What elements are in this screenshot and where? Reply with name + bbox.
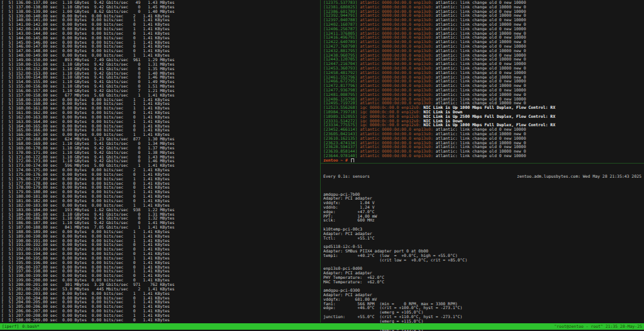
log-timestamp: [12523.556268] [323,106,360,109]
log-timestamp: [12466.672795] [323,79,360,83]
iperf-row: [ 5] 190.00-191.00 sec 0.00 Bytes 0.00 b… [1,239,319,243]
log-device: atlantic 0000:0d:00.0 enp13s0: [360,149,436,153]
log-message: NIC Link is Up 1000 Mbps Full Duplex, Fl… [423,106,555,109]
kernel-log-line: [12397.040788] atlantic 0000:0d:00.0 enp… [323,18,643,23]
iperf-row: [ 5] 145.00-146.00 sec 0.00 Bytes 0.00 b… [1,41,319,45]
log-device: atlantic 0000:0d:00.0 enp13s0: [360,53,436,57]
tmux-window-item[interactable]: 0:bash* [23,324,40,328]
kernel-log-line: [23334.775575] igc 0000:0c:00.0 enp12s0:… [323,123,643,128]
kernel-log-line: [18989.152055] igc 0000:0c:00.0 enp12s0:… [323,115,643,119]
iperf-row: [ 5] 173.00-174.00 sec 596 MBytes 5.00 G… [1,164,319,168]
kernel-log-line: [12427.760790] atlantic 0000:0d:00.0 enp… [323,44,643,49]
log-device: atlantic 0000:0d:00.0 enp13s0: [360,57,436,61]
iperf-row: [ 5] 199.00-200.00 sec 0.00 Bytes 0.00 b… [1,278,319,283]
log-device: atlantic 0000:0d:00.0 enp13s0: [360,88,436,92]
log-message: atlantic: link change old 0 new 10000 [435,27,526,31]
log-device: atlantic 0000:0d:00.0 enp13s0: [360,62,436,66]
log-device: atlantic 0000:0d:00.0 enp13s0: [360,79,436,83]
log-device: atlantic 0000:0d:00.0 enp13s0: [360,132,436,136]
iperf-row: [ 5] 152.00-153.00 sec 1.10 GBytes 9.42 … [1,71,319,76]
iperf-row: [ 5] 184.00-185.00 sec 1.10 GBytes 9.41 … [1,213,319,217]
kernel-log-line: [12461.552796] atlantic 0000:0d:00.0 enp… [323,75,643,80]
log-message: atlantic: link change old 0 new 10000 [435,154,526,158]
log-device: igc 0000:0c:00.0 enp12s0: [360,123,424,127]
iperf-row: [ 5] 149.00-150.00 sec 893 MBytes 7.49 G… [1,58,319,62]
log-device: igc 0000:0c:00.0 enp12s0: [360,119,424,123]
sensors-line: junction: +55.0°C (crit = +110.0°C, hyst… [323,315,643,319]
iperf-row: [ 5] 148.00-149.00 sec 0.00 Bytes 0.00 b… [1,53,319,58]
log-device: atlantic 0000:0d:00.0 enp13s0: [360,97,436,101]
iperf-row: [ 5] 165.00-166.00 sec 0.00 Bytes 0.00 b… [1,128,319,133]
kernel-log-line: [12432.881795] atlantic 0000:0d:00.0 enp… [323,49,643,53]
sensors-line: vddgfx: 1.04 V [323,201,643,205]
log-message: atlantic: link change old 10000 new 0 [435,66,526,70]
log-timestamp: [12486.129798] [323,97,360,101]
iperf-row: [ 5] 181.00-182.00 sec 0.00 Bytes 0.00 b… [1,199,319,203]
log-timestamp: [12392.944791] [323,14,360,17]
log-timestamp: [12386.601789] [323,10,360,14]
watch-header: Every 0.1s: sensors zentoo.adm.lupusbyte… [323,175,643,179]
sensors-pane[interactable]: Every 0.1s: sensors zentoo.adm.lupusbyte… [323,166,643,323]
log-message: atlantic: link change old 10000 new 0 [435,23,526,26]
kernel-log-line: [12392.944791] atlantic 0000:0d:00.0 enp… [323,14,643,18]
pane-border-horizontal[interactable] [321,163,644,164]
log-timestamp: [12447.216704] [323,62,360,66]
iperf-row: [ 5] 143.00-144.00 sec 0.00 Bytes 0.00 b… [1,32,319,36]
iperf-row: [ 5] 171.00-172.00 sec 1.10 GBytes 9.41 … [1,155,319,160]
iperf-row: [ 5] 183.00-184.00 sec 193 MBytes 1.62 G… [1,208,319,213]
log-device: atlantic 0000:0d:00.0 enp13s0: [360,32,436,35]
log-message: atlantic: link change old 10000 new 0 [435,132,526,136]
iperf-row: [ 5] 161.00-162.00 sec 0.00 Bytes 0.00 b… [1,111,319,115]
iperf-row: [ 5] 189.00-190.00 sec 0.00 Bytes 0.00 b… [1,234,319,239]
sensors-line: PPT: 14.00 mW [323,214,643,219]
log-timestamp: [12472.817796] [323,84,360,88]
kernel-log-line: [12375.537783] atlantic 0000:0d:00.0 enp… [323,1,643,5]
log-message: atlantic: link change old 10000 new 0 [435,93,526,97]
log-timestamp: [12495.719720] [323,101,360,105]
log-device: igc 0000:0c:00.0 enp12s0: [360,115,424,118]
iperf-row: [ 5] 177.00-178.00 sec 0.00 Bytes 0.00 b… [1,182,319,186]
log-timestamp: [18984.739718] [323,110,360,114]
log-device: atlantic 0000:0d:00.0 enp13s0: [360,44,436,48]
kernel-log-line: [12477.936798] atlantic 0000:0d:00.0 enp… [323,88,643,93]
log-message: atlantic: link change old 10000 new 0 [435,32,526,35]
iperf-row: [ 5] 140.00-141.00 sec 0.00 Bytes 0.00 b… [1,18,319,23]
iperf-row: [ 5] 150.00-151.00 sec 1.10 GBytes 9.42 … [1,62,319,67]
log-message: atlantic: link change old 10000 new 0 [435,141,526,145]
log-message: atlantic: link change old 0 new 10000 [435,1,526,5]
iperf-row: [ 5] 174.00-175.00 sec 0.00 Bytes 0.00 b… [1,168,319,173]
iperf-row: [ 5] 196.00-197.00 sec 0.00 Bytes 0.00 b… [1,265,319,270]
log-device: igc 0000:0c:00.0 enp12s0: [360,110,424,114]
log-device: atlantic 0000:0d:00.0 enp13s0: [360,35,436,39]
tmux-session-name: [iperf] [2,324,19,328]
iperf-row: [ 5] 205.00-206.00 sec 0.00 Bytes 0.00 b… [1,305,319,309]
log-device: atlantic 0000:0d:00.0 enp13s0: [360,18,436,22]
dmesg-pane[interactable]: [12375.537783] atlantic 0000:0d:00.0 enp… [323,1,643,163]
log-device: atlantic 0000:0d:00.0 enp13s0: [360,66,436,70]
tmux-status-right: "root@zentoo - root" 21:35 28-May-25 [554,323,642,330]
sensors-line: amdgpu-pci-7b00 [323,193,643,197]
iperf-row: [ 5] 208.00-209.00 sec 0.00 Bytes 0.00 b… [1,318,319,323]
log-device: atlantic 0000:0d:00.0 enp13s0: [360,141,436,145]
log-message: atlantic: link change old 0 new 10000 [435,97,526,101]
kernel-log-line: [12523.556268] igc 0000:0c:00.0 enp12s0:… [323,106,643,110]
pane-border-vertical[interactable] [320,0,321,323]
iperf-row: [ 5] 170.00-171.00 sec 1.10 GBytes 9.42 … [1,151,319,155]
kernel-log-line: [12381.680825] atlantic 0000:0d:00.0 enp… [323,5,643,10]
log-timestamp: [23334.775575] [323,123,360,127]
iperf-row: [ 5] 182.00-183.00 sec 0.00 Bytes 0.00 b… [1,203,319,208]
shell-prompt-line[interactable]: zentoo ~ # [323,158,643,163]
log-timestamp: [23639.858144] [323,149,360,153]
kernel-log-line: [18984.739718] igc 0000:0c:00.0 enp12s0:… [323,110,643,115]
iperf-row: [ 5] 137.00-138.00 sec 1.10 GBytes 9.42 … [1,5,319,10]
kernel-log-line: [23605.042143] atlantic 0000:0d:00.0 enp… [323,132,643,137]
iperf-pane[interactable]: [ 5] 136.00-137.00 sec 1.10 GBytes 9.42 … [1,1,319,323]
iperf-row: [ 5] 156.00-157.00 sec 1.10 GBytes 9.42 … [1,89,319,93]
iperf-row: [ 5] 188.00-189.00 sec 0.00 Bytes 0.00 b… [1,230,319,234]
log-message: atlantic: link change old 10000 new 0 [435,5,526,9]
iperf-row: [ 5] 138.00-139.00 sec 1.00 GBytes 8.62 … [1,10,319,14]
log-timestamp: [12481.008795] [323,93,360,97]
iperf-row: [ 5] 172.00-173.00 sec 1.10 GBytes 9.42 … [1,159,319,164]
iperf-row: [ 5] 206.00-207.00 sec 0.00 Bytes 0.00 b… [1,309,319,314]
kernel-log-line: [12453.360793] atlantic 0000:0d:00.0 enp… [323,66,643,71]
